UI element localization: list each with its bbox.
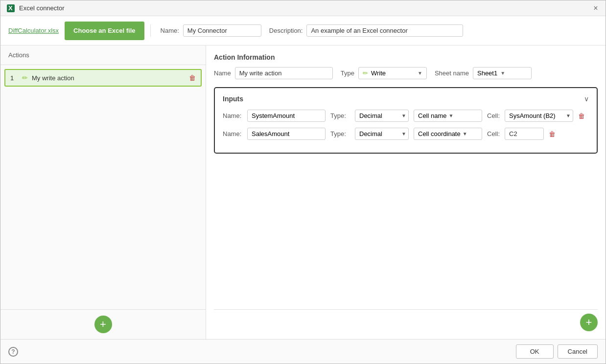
cell-type-dropdown-1[interactable]: Cell name ▼ <box>414 110 482 122</box>
name-label: Name: <box>161 27 179 34</box>
bottom-right: OK Cancel <box>516 344 598 359</box>
close-button[interactable]: × <box>592 4 600 12</box>
top-bar: DiffCalculator.xlsx Choose an Excel file… <box>0 16 606 46</box>
main-area: Actions 1 ✏ My write action 🗑 + Action I… <box>0 46 606 339</box>
type-dropdown-arrow-1: ▼ <box>401 113 406 118</box>
connector-name-group: Name: <box>161 24 261 37</box>
file-link[interactable]: DiffCalculator.xlsx <box>8 27 59 34</box>
action-info-row: Name Type ✏ Write ▼ <box>214 67 598 79</box>
sheet-name-group: Sheet name Sheet1 ▼ <box>435 67 532 79</box>
input-name-field-2[interactable] <box>247 128 326 140</box>
sheet-name-value: Sheet1 <box>477 69 497 77</box>
type-select-arrow: ▼ <box>418 70 422 76</box>
add-input-button[interactable]: + <box>580 314 598 331</box>
type-select-inner: ✏ Write <box>363 69 415 77</box>
sheet-name-label: Sheet name <box>435 69 469 77</box>
action-type-group: Type ✏ Write ▼ <box>341 67 427 79</box>
action-number: 1 <box>10 74 18 82</box>
write-icon: ✏ <box>363 69 368 77</box>
input-type-dropdown-2[interactable]: Decimal ▼ <box>355 128 409 140</box>
inputs-section: Inputs ∨ Name: Type: Decimal ▼ Cell name… <box>214 87 598 154</box>
delete-action-icon[interactable]: 🗑 <box>189 74 196 82</box>
cancel-button[interactable]: Cancel <box>558 344 598 359</box>
bottom-bar: ? OK Cancel <box>0 339 606 364</box>
cell-value-text-1: SysAmount (B2) <box>509 112 564 119</box>
description-label: Description: <box>269 27 303 34</box>
svg-text:X: X <box>8 4 13 12</box>
type-value: Write <box>371 69 386 77</box>
ok-button[interactable]: OK <box>516 344 554 359</box>
input-row: Name: Type: Decimal ▼ Cell coordinate ▼ … <box>223 128 589 140</box>
actions-list: 1 ✏ My write action 🗑 <box>0 65 206 191</box>
inputs-header: Inputs ∨ <box>223 95 589 103</box>
inputs-title: Inputs <box>223 95 243 103</box>
cell-value-input-2[interactable] <box>505 128 544 140</box>
app-logo: X <box>6 4 15 13</box>
input-name-label-2: Name: <box>223 130 242 137</box>
cell-label-1: Cell: <box>487 112 500 119</box>
choose-excel-button[interactable]: Choose an Excel file <box>65 22 144 40</box>
action-info-title: Action Information <box>214 53 598 61</box>
connector-name-input[interactable] <box>183 24 261 37</box>
left-panel-footer: + <box>0 309 206 339</box>
cell-type-dropdown-2[interactable]: Cell coordinate ▼ <box>414 128 482 140</box>
title-bar: X Excel connector × <box>0 0 606 16</box>
action-type-label: Type <box>341 69 354 77</box>
type-dropdown-arrow-2: ▼ <box>401 131 406 136</box>
input-row: Name: Type: Decimal ▼ Cell name ▼ Cell: … <box>223 110 589 122</box>
cell-type-text-2: Cell coordinate <box>418 130 461 137</box>
bottom-left: ? <box>8 347 18 357</box>
edit-icon: ✏ <box>22 74 28 82</box>
input-type-label-1: Type: <box>330 112 350 119</box>
action-type-select[interactable]: ✏ Write ▼ <box>358 67 427 79</box>
type-dropdown-text-1: Decimal <box>359 112 399 119</box>
action-name-group: Name <box>214 67 333 79</box>
right-panel: Action Information Name Type ✏ Write <box>206 46 606 339</box>
add-action-button[interactable]: + <box>94 316 112 333</box>
title-bar-left: X Excel connector <box>6 4 65 13</box>
action-item[interactable]: 1 ✏ My write action 🗑 <box>4 69 202 87</box>
input-type-label-2: Type: <box>330 130 350 137</box>
actions-header: Actions <box>0 46 206 65</box>
cell-type-arrow-2: ▼ <box>463 131 467 136</box>
delete-row-icon-2[interactable]: 🗑 <box>549 130 556 138</box>
help-icon[interactable]: ? <box>8 347 18 357</box>
action-info-section: Action Information Name Type ✏ Write <box>214 53 598 79</box>
type-dropdown-text-2: Decimal <box>359 130 399 137</box>
action-name: My write action <box>32 74 185 82</box>
cell-type-text-1: Cell name <box>418 112 447 119</box>
left-panel: Actions 1 ✏ My write action 🗑 + <box>0 46 206 339</box>
input-name-field-1[interactable] <box>247 110 326 122</box>
connector-description-input[interactable] <box>306 24 463 37</box>
sheet-select-arrow: ▼ <box>500 70 505 76</box>
window-title: Excel connector <box>19 4 65 12</box>
input-name-label-1: Name: <box>223 112 242 119</box>
sheet-name-select[interactable]: Sheet1 ▼ <box>473 67 532 79</box>
action-name-input[interactable] <box>235 67 333 79</box>
connector-description-group: Description: <box>269 24 464 37</box>
collapse-icon[interactable]: ∨ <box>584 95 589 103</box>
cell-value-arrow-1: ▼ <box>566 113 571 118</box>
right-footer: + <box>214 309 598 331</box>
excel-connector-window: X Excel connector × DiffCalculator.xlsx … <box>0 0 606 364</box>
action-name-label: Name <box>214 69 231 77</box>
cell-type-arrow-1: ▼ <box>449 113 454 118</box>
cell-value-dropdown-1[interactable]: SysAmount (B2) ▼ <box>505 110 573 122</box>
delete-row-icon-1[interactable]: 🗑 <box>578 112 585 120</box>
input-type-dropdown-1[interactable]: Decimal ▼ <box>355 110 409 122</box>
connector-info: Name: Description: <box>150 24 598 37</box>
cell-label-2: Cell: <box>487 130 500 137</box>
